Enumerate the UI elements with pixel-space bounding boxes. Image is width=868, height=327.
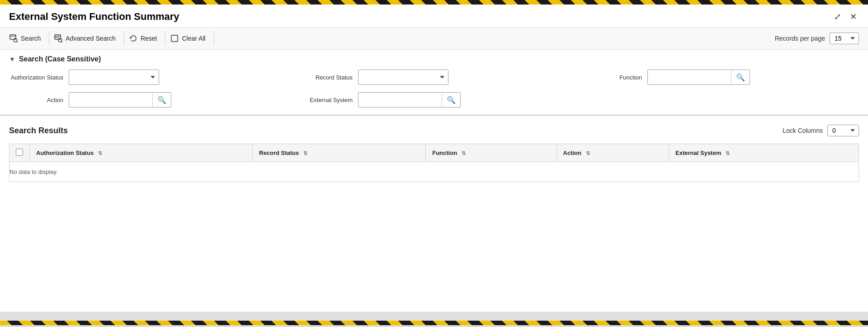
- footer-bar: Exit: [0, 325, 868, 327]
- action-group: Action 🔍: [9, 92, 280, 107]
- close-icon: ✕: [850, 12, 857, 22]
- action-input[interactable]: [69, 93, 152, 107]
- reset-icon: [129, 34, 138, 43]
- modal-title: External System Function Summary: [9, 11, 179, 23]
- action-label: Action: [9, 97, 63, 103]
- action-column-header[interactable]: Action ⇅: [557, 144, 669, 162]
- record-status-column-header[interactable]: Record Status ⇅: [253, 144, 426, 162]
- function-label: Function: [588, 74, 642, 81]
- records-per-page-label: Records per page: [775, 35, 825, 42]
- svg-rect-9: [171, 35, 178, 42]
- record-status-group: Record Status Open Closed: [298, 70, 570, 85]
- results-section: Search Results Lock Columns 0 1 2 3: [0, 116, 868, 187]
- select-all-checkbox[interactable]: [16, 149, 23, 156]
- svg-line-8: [61, 42, 62, 42]
- clear-all-icon: [170, 34, 179, 43]
- table-header-row: Authorization Status ⇅ Record Status ⇅ F…: [9, 144, 859, 162]
- authorization-status-label: Authorization Status: [9, 74, 63, 81]
- external-system-column-header[interactable]: External System ⇅: [669, 144, 859, 162]
- record-status-select[interactable]: Open Closed: [358, 70, 448, 85]
- external-system-input-group: 🔍: [358, 92, 461, 107]
- authorization-status-group: Authorization Status Authorized Unauthor…: [9, 70, 280, 85]
- clear-all-label: Clear All: [182, 35, 205, 42]
- external-system-search-btn[interactable]: 🔍: [442, 93, 460, 107]
- record-status-sort-icon: ⇅: [303, 150, 307, 156]
- search-section-title: Search (Case Sensitive): [19, 55, 101, 63]
- toolbar: Search Advanced Search Rese: [0, 28, 868, 50]
- search-row-2: Action 🔍 External System 🔍: [9, 92, 859, 107]
- no-data-row: No data to display.: [9, 162, 859, 182]
- external-system-search-icon: 🔍: [447, 96, 456, 104]
- lock-columns-group: Lock Columns 0 1 2 3: [783, 125, 859, 136]
- lock-columns-label: Lock Columns: [783, 127, 823, 134]
- external-system-group: External System 🔍: [298, 92, 570, 107]
- results-title: Search Results: [9, 126, 68, 135]
- advanced-search-icon: [54, 34, 63, 43]
- function-sort-icon: ⇅: [462, 150, 466, 156]
- svg-point-7: [58, 38, 62, 42]
- reset-label: Reset: [141, 35, 157, 42]
- search-button[interactable]: Search: [9, 31, 49, 46]
- no-data-message: No data to display.: [9, 168, 58, 175]
- search-row-1: Authorization Status Authorized Unauthor…: [9, 70, 859, 85]
- hazard-stripe-top: [0, 0, 868, 5]
- record-status-label: Record Status: [298, 74, 353, 81]
- external-system-input[interactable]: [359, 93, 442, 107]
- action-search-icon: 🔍: [157, 96, 166, 104]
- hazard-stripe-bottom: [0, 321, 868, 325]
- action-sort-icon: ⇅: [586, 150, 590, 156]
- external-system-label: External System: [298, 97, 353, 103]
- modal-container: External System Function Summary ⤢ ✕ Sea…: [0, 5, 868, 312]
- action-search-btn[interactable]: 🔍: [152, 93, 171, 107]
- results-header: Search Results Lock Columns 0 1 2 3: [9, 125, 859, 136]
- svg-line-3: [17, 42, 18, 42]
- search-label: Search: [21, 35, 41, 42]
- expand-icon: ⤢: [834, 12, 841, 22]
- records-per-page-select[interactable]: 15 25 50 100: [830, 33, 859, 44]
- title-bar: External System Function Summary ⤢ ✕: [0, 5, 868, 28]
- function-input-group: 🔍: [647, 70, 750, 85]
- search-fields: Authorization Status Authorized Unauthor…: [9, 70, 859, 107]
- function-column-header[interactable]: Function ⇅: [426, 144, 557, 162]
- search-section: ▼ Search (Case Sensitive) Authorization …: [0, 50, 868, 116]
- function-input[interactable]: [648, 70, 731, 84]
- expand-button[interactable]: ⤢: [832, 11, 843, 23]
- results-table: Authorization Status ⇅ Record Status ⇅ F…: [9, 144, 859, 182]
- chevron-down-icon: ▼: [9, 56, 15, 63]
- search-icon: [9, 34, 18, 43]
- title-actions: ⤢ ✕: [832, 11, 859, 23]
- checkbox-column-header: [9, 144, 30, 162]
- clear-all-button[interactable]: Clear All: [165, 31, 214, 46]
- authorization-status-column-header[interactable]: Authorization Status ⇅: [30, 144, 253, 162]
- svg-point-2: [14, 38, 17, 42]
- records-per-page-group: Records per page 15 25 50 100: [775, 33, 859, 44]
- close-button[interactable]: ✕: [848, 11, 859, 23]
- action-input-group: 🔍: [69, 92, 171, 107]
- function-group: Function 🔍: [588, 70, 859, 85]
- function-search-btn[interactable]: 🔍: [731, 70, 750, 84]
- external-system-sort-icon: ⇅: [726, 150, 730, 156]
- advanced-search-button[interactable]: Advanced Search: [49, 31, 124, 46]
- authorization-status-sort-icon: ⇅: [98, 150, 102, 156]
- lock-columns-select[interactable]: 0 1 2 3: [827, 125, 859, 136]
- function-search-icon: 🔍: [736, 73, 745, 82]
- advanced-search-label: Advanced Search: [66, 35, 116, 42]
- search-section-header[interactable]: ▼ Search (Case Sensitive): [9, 50, 859, 70]
- reset-button[interactable]: Reset: [124, 31, 166, 46]
- authorization-status-select[interactable]: Authorized Unauthorized: [69, 70, 159, 85]
